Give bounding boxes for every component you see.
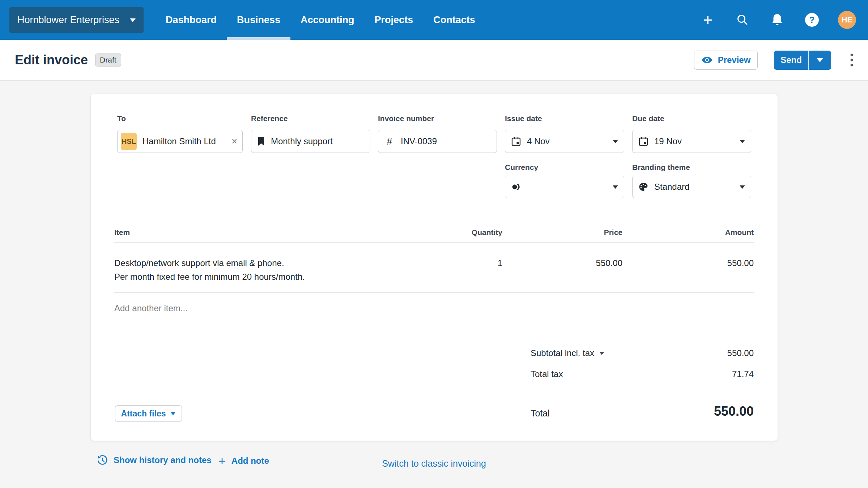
org-name: Hornblower Enterprises bbox=[17, 14, 130, 26]
preview-button[interactable]: Preview bbox=[694, 51, 758, 70]
nav-tab-contacts[interactable]: Contacts bbox=[423, 0, 485, 40]
create-new-button[interactable]: + bbox=[699, 11, 716, 29]
hash-icon: # bbox=[384, 136, 395, 147]
palette-icon bbox=[638, 182, 648, 192]
column-header-amount: Amount bbox=[703, 227, 754, 238]
more-options-button[interactable] bbox=[847, 51, 856, 70]
chevron-down-icon bbox=[817, 58, 823, 62]
send-options-button[interactable] bbox=[808, 51, 831, 70]
item-amount: 550.00 bbox=[696, 258, 754, 269]
nav-tab-label: Dashboard bbox=[166, 14, 217, 26]
invoice-number-field[interactable]: # INV-0039 bbox=[378, 130, 497, 153]
to-field[interactable]: HSL Hamilton Smith Ltd × bbox=[117, 130, 243, 153]
search-button[interactable] bbox=[734, 11, 751, 29]
to-label: To bbox=[117, 114, 126, 123]
column-header-item: Item bbox=[114, 227, 130, 238]
page-title: Edit invoice bbox=[15, 52, 88, 68]
chevron-down-icon bbox=[740, 140, 745, 143]
subtotal-label: Subtotal incl. tax bbox=[531, 348, 594, 359]
total-tax-value: 71.74 bbox=[681, 369, 754, 380]
nav-tab-label: Accounting bbox=[301, 14, 354, 26]
attach-files-label: Attach files bbox=[121, 409, 166, 419]
org-switcher[interactable]: Hornblower Enterprises bbox=[9, 7, 144, 33]
notifications-button[interactable] bbox=[769, 11, 786, 29]
chevron-down-icon bbox=[599, 352, 604, 355]
currency-field[interactable] bbox=[505, 176, 624, 198]
calendar-icon bbox=[638, 136, 648, 146]
eye-icon bbox=[701, 56, 713, 64]
contact-name: Hamilton Smith Ltd bbox=[142, 136, 216, 146]
header-actions: Preview Send bbox=[694, 51, 856, 70]
item-price[interactable]: 550.00 bbox=[565, 258, 622, 269]
branding-theme-label: Branding theme bbox=[632, 163, 690, 172]
nav-tab-label: Projects bbox=[375, 14, 413, 26]
item-description-line2[interactable]: Per month fixed fee for minimum 20 hours… bbox=[114, 271, 476, 282]
user-avatar[interactable]: HE bbox=[838, 11, 856, 29]
help-icon: ? bbox=[805, 13, 819, 27]
bookmark-icon bbox=[257, 137, 265, 146]
preview-label: Preview bbox=[718, 55, 751, 65]
reference-field[interactable]: Monthly support bbox=[251, 130, 370, 153]
subtotal-dropdown[interactable]: Subtotal incl. tax bbox=[531, 348, 604, 359]
total-label: Total bbox=[531, 407, 550, 419]
due-date-value: 19 Nov bbox=[654, 136, 682, 146]
plus-icon: + bbox=[218, 455, 226, 467]
status-badge: Draft bbox=[95, 53, 121, 67]
chevron-down-icon bbox=[613, 140, 618, 143]
issue-date-field[interactable]: 4 Nov bbox=[505, 130, 624, 153]
show-history-link[interactable]: Show history and notes bbox=[97, 455, 212, 466]
switch-to-classic-link[interactable]: Switch to classic invoicing bbox=[382, 458, 486, 469]
nav-tab-business[interactable]: Business bbox=[227, 0, 290, 40]
branding-theme-field[interactable]: Standard bbox=[632, 176, 751, 198]
add-note-link[interactable]: + Add note bbox=[218, 455, 269, 467]
due-date-field[interactable]: 19 Nov bbox=[632, 130, 751, 153]
chevron-down-icon bbox=[130, 18, 136, 22]
calendar-icon bbox=[511, 136, 521, 146]
plus-icon: + bbox=[703, 12, 712, 28]
nav-tab-accounting[interactable]: Accounting bbox=[290, 0, 365, 40]
help-button[interactable]: ? bbox=[803, 11, 821, 29]
chevron-down-icon bbox=[740, 185, 745, 189]
branding-theme-value: Standard bbox=[654, 182, 689, 192]
primary-nav: Dashboard Business Accounting Projects C… bbox=[156, 0, 485, 40]
currency-label: Currency bbox=[505, 163, 538, 172]
contact-initials-chip: HSL bbox=[121, 133, 137, 150]
show-history-label: Show history and notes bbox=[114, 455, 212, 465]
coins-icon bbox=[511, 182, 521, 192]
remove-contact-icon[interactable]: × bbox=[231, 137, 237, 146]
add-note-label: Add note bbox=[231, 456, 269, 466]
item-description-line1[interactable]: Desktop/network support via email & phon… bbox=[114, 258, 476, 269]
attach-files-button[interactable]: Attach files bbox=[115, 405, 182, 422]
chevron-down-icon bbox=[613, 185, 618, 189]
table-row-divider bbox=[114, 323, 754, 323]
invoice-number-value: INV-0039 bbox=[401, 136, 437, 146]
chevron-down-icon bbox=[170, 412, 176, 415]
total-tax-label: Total tax bbox=[531, 369, 563, 380]
history-icon bbox=[97, 455, 108, 466]
send-split-button: Send bbox=[774, 51, 831, 70]
subtotal-value: 550.00 bbox=[681, 348, 754, 359]
issue-date-label: Issue date bbox=[505, 114, 542, 123]
top-nav: Hornblower Enterprises Dashboard Busines… bbox=[0, 0, 868, 40]
search-icon bbox=[736, 13, 749, 26]
invoice-card: To Reference Invoice number Issue date D… bbox=[90, 94, 778, 441]
add-item-input[interactable]: Add another item... bbox=[114, 303, 440, 314]
totals-divider bbox=[531, 395, 754, 395]
table-row-divider bbox=[114, 292, 754, 293]
send-button[interactable]: Send bbox=[774, 51, 808, 70]
nav-tab-dashboard[interactable]: Dashboard bbox=[156, 0, 227, 40]
total-tax-row: Total tax bbox=[531, 369, 563, 380]
nav-tab-label: Contacts bbox=[433, 14, 475, 26]
kebab-menu-icon bbox=[850, 53, 853, 67]
issue-date-value: 4 Nov bbox=[527, 136, 550, 146]
reference-label: Reference bbox=[251, 114, 288, 123]
total-value: 550.00 bbox=[714, 404, 754, 419]
page-header: Edit invoice Draft Preview Send bbox=[0, 40, 868, 81]
nav-tab-projects[interactable]: Projects bbox=[365, 0, 424, 40]
item-quantity[interactable]: 1 bbox=[452, 258, 502, 269]
nav-icon-group: + ? HE bbox=[699, 0, 856, 40]
bell-icon bbox=[771, 13, 784, 27]
nav-tab-label: Business bbox=[237, 14, 280, 26]
invoice-number-label: Invoice number bbox=[378, 114, 434, 123]
column-header-price: Price bbox=[572, 227, 622, 238]
